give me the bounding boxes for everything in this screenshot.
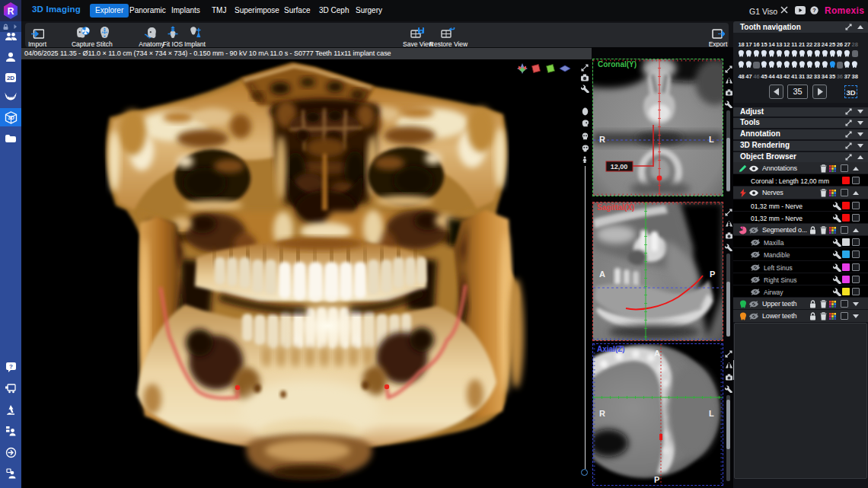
svg-text:R: R <box>599 135 605 144</box>
svg-text:?: ? <box>812 7 816 14</box>
svg-text:A: A <box>654 349 660 358</box>
svg-text:L: L <box>709 135 714 144</box>
svg-text:Axial(Z): Axial(Z) <box>597 345 625 353</box>
svg-text:3D: 3D <box>8 114 14 120</box>
svg-text:Sagittal(X): Sagittal(X) <box>597 203 634 212</box>
svg-text:P: P <box>710 270 715 279</box>
svg-text:?: ? <box>9 363 13 370</box>
svg-text:P: P <box>654 475 659 484</box>
svg-text:A: A <box>599 270 605 279</box>
svg-text:2D: 2D <box>7 75 14 81</box>
svg-text:12,00: 12,00 <box>611 163 628 171</box>
svg-text:Coronal(Y): Coronal(Y) <box>598 60 637 69</box>
svg-text:L: L <box>709 409 714 418</box>
svg-text:R: R <box>8 6 14 17</box>
svg-text:R: R <box>599 409 605 418</box>
